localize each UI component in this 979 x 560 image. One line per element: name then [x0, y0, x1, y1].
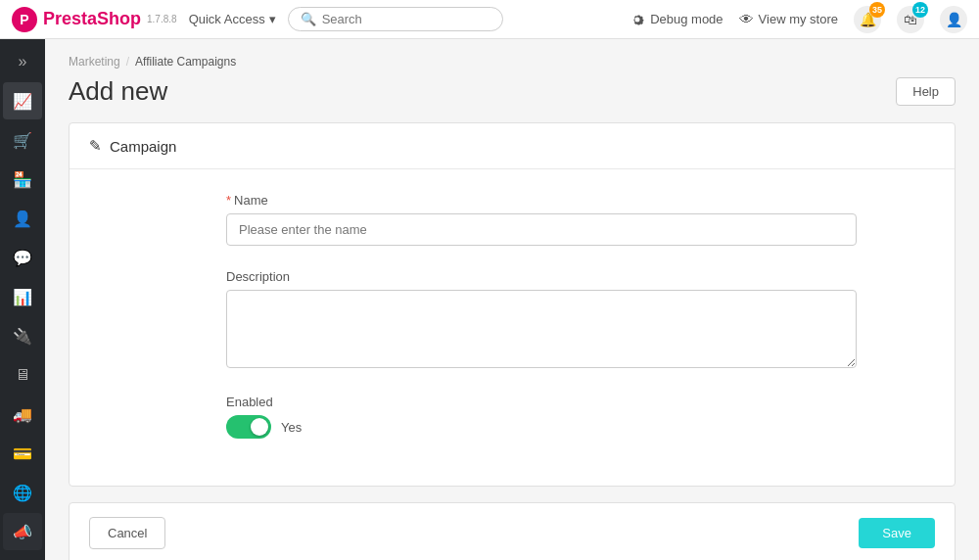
logo-text: PrestaShop: [43, 9, 141, 29]
cart-btn[interactable]: 🛍 12: [897, 6, 924, 33]
sidebar: » 📈 🛒 🏪 👤 💬 📊 🔌 🖥 🚚 💳 🌐 📣: [0, 39, 45, 560]
name-input[interactable]: [226, 213, 857, 246]
sidebar-item-payment[interactable]: 💳: [3, 435, 42, 472]
store-icon: 🏪: [13, 170, 32, 189]
description-field-group: Description: [226, 269, 857, 371]
marketing-icon: 📣: [13, 523, 32, 541]
chevron-left-icon: »: [19, 53, 27, 70]
search-input[interactable]: [322, 12, 490, 26]
quick-access-label: Quick Access: [189, 12, 265, 26]
user-icon: 👤: [946, 12, 962, 27]
sidebar-item-orders[interactable]: 🛒: [3, 121, 42, 159]
main-content: Marketing / Affiliate Campaigns Add new …: [45, 39, 979, 560]
puzzle-icon: 🔌: [13, 327, 32, 346]
breadcrumb-parent-link[interactable]: Marketing: [69, 55, 120, 69]
breadcrumb-separator: /: [126, 55, 129, 69]
sidebar-item-shipping[interactable]: 🚚: [3, 396, 42, 433]
description-label: Description: [226, 269, 857, 284]
enabled-toggle[interactable]: [226, 415, 271, 439]
sidebar-item-international[interactable]: 🌐: [3, 474, 42, 511]
nav-right-actions: Debug mode 👁 View my store 🔔 35 🛍 12 👤: [629, 6, 967, 33]
payment-icon: 💳: [13, 444, 32, 463]
campaign-card: ✎ Campaign *Name Description Enabled: [69, 122, 956, 487]
page-title: Add new: [69, 76, 167, 107]
toggle-yes-label: Yes: [281, 420, 302, 435]
enabled-label: Enabled: [226, 395, 857, 409]
notification-badge: 35: [869, 2, 885, 18]
notifications-btn[interactable]: 🔔 35: [854, 6, 881, 33]
required-indicator: *: [226, 193, 231, 208]
globe-icon: 🌐: [13, 484, 32, 502]
name-label: *Name: [226, 193, 857, 208]
svg-text:P: P: [20, 12, 28, 27]
sidebar-item-messages[interactable]: 💬: [3, 239, 42, 276]
shipping-icon: 🚚: [13, 405, 32, 424]
chevron-down-icon: ▾: [269, 12, 276, 26]
sidebar-item-catalog[interactable]: 🏪: [3, 161, 42, 198]
cart-badge: 12: [912, 2, 928, 18]
top-navigation: P PrestaShop 1.7.8.8 Quick Access ▾ 🔍 De…: [0, 0, 979, 39]
breadcrumb-current: Affiliate Campaigns: [135, 55, 236, 69]
sidebar-item-customers[interactable]: 👤: [3, 200, 42, 237]
customers-icon: 👤: [13, 210, 32, 228]
desktop-icon: 🖥: [15, 366, 30, 384]
breadcrumb: Marketing / Affiliate Campaigns: [69, 55, 956, 69]
search-icon: 🔍: [301, 12, 316, 26]
sidebar-item-stats[interactable]: 📊: [3, 278, 42, 315]
sidebar-item-modules[interactable]: 🔌: [3, 317, 42, 354]
search-box[interactable]: 🔍: [288, 7, 503, 31]
enabled-field-group: Enabled Yes: [226, 395, 857, 439]
cancel-button[interactable]: Cancel: [89, 517, 165, 549]
logo[interactable]: P PrestaShop 1.7.8.8: [12, 7, 177, 32]
description-textarea[interactable]: [226, 290, 857, 368]
quick-access-dropdown[interactable]: Quick Access ▾: [189, 12, 276, 26]
card-header: ✎ Campaign: [70, 123, 955, 169]
save-button[interactable]: Save: [859, 518, 935, 548]
card-header-title: Campaign: [110, 138, 176, 155]
toggle-wrapper: Yes: [226, 415, 857, 439]
view-store-btn[interactable]: 👁 View my store: [739, 11, 838, 27]
orders-icon: 🛒: [13, 131, 32, 150]
edit-icon: ✎: [89, 137, 102, 155]
stats-icon: 📊: [13, 288, 32, 306]
logo-version: 1.7.8.8: [147, 14, 177, 24]
page-header: Add new Help: [69, 76, 956, 107]
view-store-label: View my store: [759, 12, 838, 26]
help-button[interactable]: Help: [896, 77, 956, 106]
sidebar-item-marketing[interactable]: 📣: [3, 513, 42, 550]
user-account-btn[interactable]: 👤: [940, 6, 967, 33]
eye-icon: 👁: [739, 11, 754, 27]
sidebar-item-design[interactable]: 🖥: [3, 356, 42, 394]
messages-icon: 💬: [13, 249, 32, 267]
form-footer: Cancel Save: [69, 502, 956, 560]
debug-mode-label: Debug mode: [650, 12, 723, 26]
sidebar-item-dashboard[interactable]: 📈: [3, 82, 42, 119]
prestashop-logo-icon: P: [12, 7, 37, 32]
toggle-slider: [226, 415, 271, 439]
name-field-group: *Name: [226, 193, 857, 246]
card-body: *Name Description Enabled Yes: [70, 169, 955, 486]
gear-icon: [629, 12, 645, 27]
debug-mode-btn[interactable]: Debug mode: [629, 12, 723, 27]
sidebar-toggle[interactable]: »: [5, 47, 40, 76]
dashboard-icon: 📈: [13, 92, 32, 111]
